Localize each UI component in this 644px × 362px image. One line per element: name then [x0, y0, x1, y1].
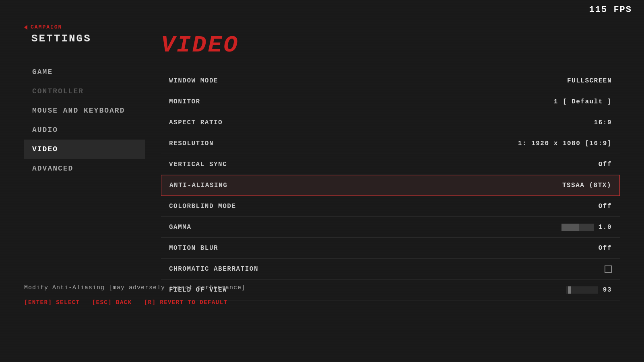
top-left-nav: CAMPAIGN SETTINGS — [24, 24, 91, 45]
main-content: VIDEO WINDOW MODEFULLSCREENMONITOR1 [ De… — [161, 32, 620, 300]
sidebar-item-mouse-keyboard[interactable]: MOUSE AND KEYBOARD — [24, 101, 145, 120]
setting-label-motion-blur: MOTION BLUR — [169, 245, 218, 252]
sidebar-item-audio[interactable]: AUDIO — [24, 120, 145, 140]
bottom-hint-area: Modify Anti-Aliasing [may adversely impa… — [24, 284, 620, 306]
setting-value-window-mode: FULLSCREEN — [567, 77, 612, 84]
setting-label-window-mode: WINDOW MODE — [169, 77, 218, 84]
back-chevron-icon — [24, 25, 27, 30]
setting-row-vertical-sync[interactable]: VERTICAL SYNCOff — [161, 154, 620, 175]
section-title: VIDEO — [161, 32, 620, 58]
settings-table: WINDOW MODEFULLSCREENMONITOR1 [ Default … — [161, 70, 620, 300]
control-hint-r-revert: [R] REVERT TO DEFAULT — [144, 299, 228, 306]
setting-value-aspect-ratio: 16:9 — [594, 119, 612, 126]
setting-row-monitor[interactable]: MONITOR1 [ Default ] — [161, 91, 620, 112]
settings-title: SETTINGS — [31, 33, 91, 45]
setting-row-anti-aliasing[interactable]: ANTI-ALIASINGTSSAA (8TX) — [161, 175, 620, 196]
setting-value-gamma: 1.0 — [561, 224, 612, 231]
setting-label-colorblind-mode: COLORBLIND MODE — [169, 203, 236, 210]
hint-description: Modify Anti-Aliasing [may adversely impa… — [24, 284, 620, 291]
setting-value-vertical-sync: Off — [599, 161, 612, 168]
setting-label-gamma: GAMMA — [169, 224, 192, 231]
setting-value-chromatic-aberration — [605, 265, 612, 273]
setting-row-colorblind-mode[interactable]: COLORBLIND MODEOff — [161, 196, 620, 217]
sidebar-item-game[interactable]: GAME — [24, 62, 145, 82]
setting-label-resolution: RESOLUTION — [169, 140, 214, 147]
control-hint-enter-select: [ENTER] SELECT — [24, 299, 80, 306]
sidebar: GAMECONTROLLERMOUSE AND KEYBOARDAUDIOVID… — [24, 62, 145, 178]
campaign-back-link[interactable]: CAMPAIGN — [24, 24, 91, 30]
setting-row-window-mode[interactable]: WINDOW MODEFULLSCREEN — [161, 70, 620, 91]
setting-value-anti-aliasing: TSSAA (8TX) — [562, 182, 611, 189]
setting-value-motion-blur: Off — [599, 245, 612, 252]
checkbox-chromatic-aberration[interactable] — [605, 265, 612, 273]
setting-label-monitor: MONITOR — [169, 98, 200, 105]
setting-value-monitor: 1 [ Default ] — [554, 98, 612, 105]
setting-row-motion-blur[interactable]: MOTION BLUROff — [161, 238, 620, 259]
setting-row-aspect-ratio[interactable]: ASPECT RATIO16:9 — [161, 112, 620, 133]
setting-label-vertical-sync: VERTICAL SYNC — [169, 161, 227, 168]
control-hint-esc-back: [ESC] BACK — [92, 299, 132, 306]
setting-label-anti-aliasing: ANTI-ALIASING — [169, 182, 227, 189]
slider-track-gamma[interactable] — [561, 224, 594, 231]
setting-row-resolution[interactable]: RESOLUTION1: 1920 x 1080 [16:9] — [161, 133, 620, 154]
setting-value-resolution: 1: 1920 x 1080 [16:9] — [518, 140, 612, 147]
setting-row-chromatic-aberration[interactable]: CHROMATIC ABERRATION — [161, 259, 620, 280]
bottom-controls: [ENTER] SELECT[ESC] BACK[R] REVERT TO DE… — [24, 299, 620, 306]
sidebar-item-video[interactable]: VIDEO — [24, 140, 145, 159]
sidebar-item-controller: CONTROLLER — [24, 82, 145, 101]
fps-counter: 115 FPS — [589, 5, 632, 15]
setting-value-colorblind-mode: Off — [599, 203, 612, 210]
setting-label-aspect-ratio: ASPECT RATIO — [169, 119, 223, 126]
sidebar-item-advanced[interactable]: ADVANCED — [24, 159, 145, 178]
setting-label-chromatic-aberration: CHROMATIC ABERRATION — [169, 265, 258, 273]
campaign-label: CAMPAIGN — [31, 24, 62, 30]
setting-row-gamma[interactable]: GAMMA1.0 — [161, 217, 620, 238]
